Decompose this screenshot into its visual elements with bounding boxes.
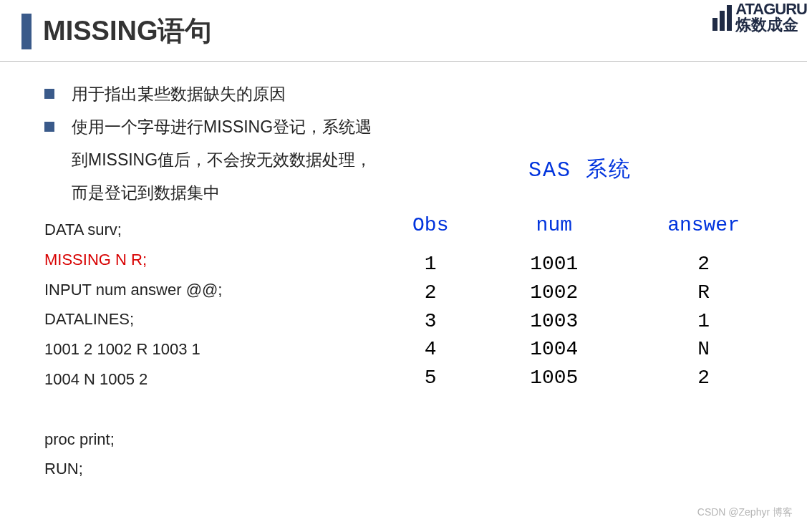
table-row: 1 1001 2 — [374, 251, 786, 278]
cell-obs: 5 — [374, 364, 488, 392]
code-line — [44, 395, 807, 425]
column-header-answer: answer — [621, 210, 786, 249]
bullet-item: 使用一个字母进行MISSING登记，系统遇到MISSING值后，不会按无效数据处… — [44, 110, 374, 209]
column-header-num: num — [489, 210, 620, 249]
table-header-row: Obs num answer — [374, 210, 786, 249]
title-bar: MISSING语句 — [21, 13, 212, 49]
cell-num: 1002 — [489, 279, 620, 306]
cell-answer: 1 — [621, 308, 786, 335]
slide-header: MISSING语句 ATAGURU 炼数成金 — [0, 0, 807, 49]
logo-line-1: ATAGURU — [735, 1, 807, 17]
cell-num: 1004 — [489, 336, 620, 363]
table-row: 3 1003 1 — [374, 308, 786, 335]
brand-logo: ATAGURU 炼数成金 — [712, 1, 807, 33]
cell-obs: 2 — [374, 279, 488, 306]
cell-obs: 1 — [374, 251, 488, 278]
cell-answer: N — [621, 336, 786, 363]
cell-obs: 4 — [374, 336, 488, 363]
cell-num: 1005 — [489, 364, 620, 392]
cell-answer: 2 — [621, 251, 786, 278]
watermark-text: CSDN @Zephyr 博客 — [697, 506, 793, 519]
cell-num: 1003 — [489, 308, 620, 335]
logo-bars-icon — [712, 4, 734, 31]
title-accent-bar — [21, 14, 32, 49]
cell-answer: R — [621, 279, 786, 306]
column-header-obs: Obs — [374, 210, 488, 249]
sas-output-panel: SAS 系统 Obs num answer 1 1001 2 2 1002 R — [372, 155, 788, 393]
table-row: 2 1002 R — [374, 279, 786, 306]
slide-title: MISSING语句 — [43, 13, 212, 49]
code-line: RUN; — [44, 454, 807, 484]
sas-output-table: Obs num answer 1 1001 2 2 1002 R 3 — [372, 208, 788, 393]
table-row: 5 1005 2 — [374, 364, 786, 392]
cell-answer: 2 — [621, 364, 786, 392]
table-row: 4 1004 N — [374, 336, 786, 363]
cell-obs: 3 — [374, 308, 488, 335]
bullet-item: 用于指出某些数据缺失的原因 — [44, 77, 807, 110]
sas-output-title: SAS 系统 — [372, 155, 788, 184]
logo-text: ATAGURU 炼数成金 — [735, 1, 807, 33]
cell-num: 1001 — [489, 251, 620, 278]
slide-content: 用于指出某些数据缺失的原因 使用一个字母进行MISSING登记，系统遇到MISS… — [0, 62, 807, 484]
logo-line-2: 炼数成金 — [735, 17, 807, 33]
code-line: proc print; — [44, 425, 807, 455]
